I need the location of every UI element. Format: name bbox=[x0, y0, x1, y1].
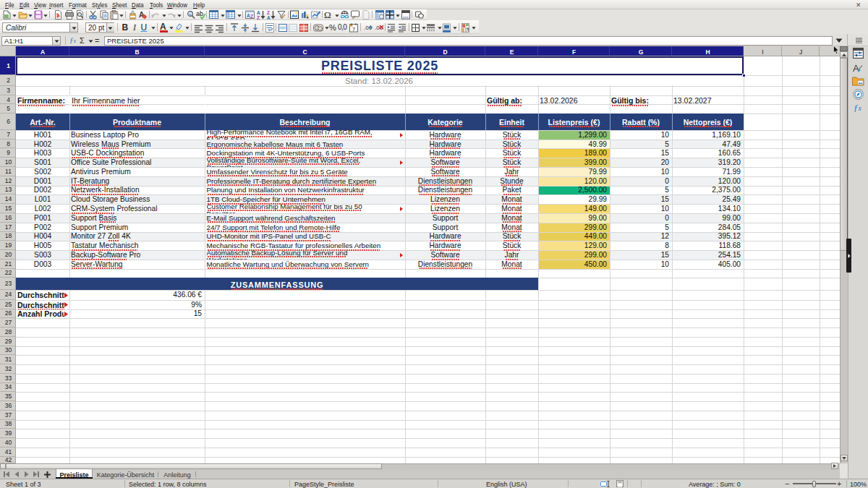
svg-text:ρ: ρ bbox=[189, 12, 192, 17]
svg-text:ab: ab bbox=[196, 10, 203, 17]
svg-text:7: 7 bbox=[352, 26, 355, 33]
svg-text:Z: Z bbox=[250, 14, 253, 19]
svg-text:Z: Z bbox=[257, 15, 260, 20]
svg-text:A: A bbox=[267, 15, 271, 20]
